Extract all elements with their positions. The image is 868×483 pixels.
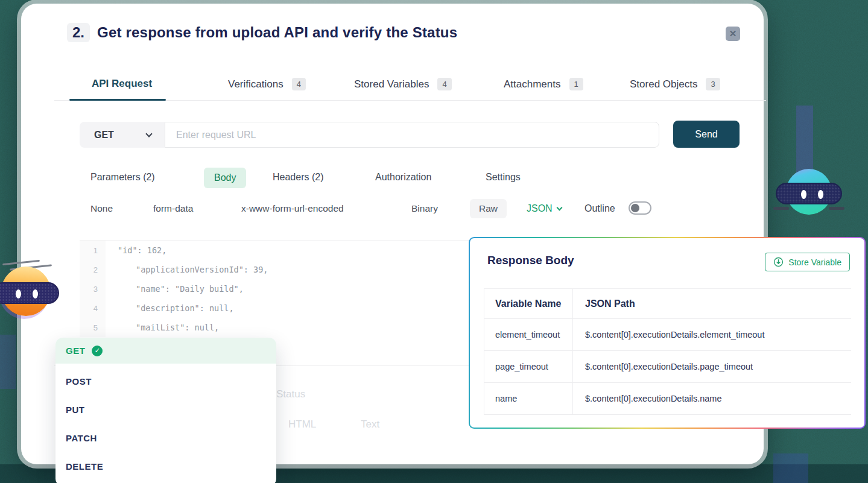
variable-name-cell: page_timeout [484, 351, 573, 382]
tab-stored-variables[interactable]: Stored Variables 4 [354, 78, 452, 90]
bodytype-urlencoded[interactable]: x-www-form-url-encoded [241, 203, 344, 214]
subtab-settings[interactable]: Settings [486, 172, 521, 183]
json-path-cell: $.content[0].executionDetails.element_ti… [573, 319, 851, 350]
response-body-panel: Response Body Store Variable Variable Na… [469, 237, 866, 429]
bodytype-form-data[interactable]: form-data [153, 203, 193, 214]
request-body-editor[interactable]: 1 "id": 162, 2 "applicationVersionId": 3… [80, 240, 487, 347]
format-select-value: JSON [527, 203, 553, 214]
code-line: 3 "name": "Daily build", [80, 279, 487, 298]
active-tab-underline [69, 99, 166, 101]
store-variable-label: Store Variable [788, 257, 841, 267]
robot-eye [818, 190, 823, 199]
tab-stored-objects[interactable]: Stored Objects 3 [630, 78, 720, 90]
code-text: "name": "Daily build", [106, 284, 244, 294]
json-path-cell: $.content[0].executionDetails.name [573, 383, 851, 414]
code-text: "id": 162, [106, 245, 166, 255]
chevron-down-icon [145, 130, 152, 137]
line-number: 1 [80, 241, 106, 260]
method-option-post[interactable]: POST [55, 367, 276, 396]
method-select-value: GET [94, 130, 114, 140]
robot-visor [776, 183, 842, 204]
code-line: 5 "mailList": null, [80, 318, 487, 337]
code-line: 4 "description": null, [80, 298, 487, 318]
json-path-cell: $.content[0].executionDetails.page_timeo… [573, 351, 851, 382]
table-row: element_timeout $.content[0].executionDe… [484, 319, 851, 351]
tab-api-request[interactable]: API Request [92, 78, 152, 90]
tab-label: Stored Variables [354, 78, 429, 90]
toggle-knob [631, 204, 639, 212]
tab-label: Stored Objects [630, 78, 697, 90]
tab-attachments[interactable]: Attachments 1 [504, 78, 583, 90]
close-icon[interactable]: ✕ [726, 27, 740, 41]
code-line: 1 "id": 162, [80, 241, 487, 260]
code-text: "description": null, [106, 303, 234, 313]
robot-ring [829, 207, 844, 210]
method-dropdown-menu: GET ✓ POST PUT PATCH DELETE [55, 338, 276, 483]
format-select[interactable]: JSON [527, 203, 562, 214]
glitch-artifact [773, 453, 808, 483]
response-body-inner: Response Body Store Variable Variable Na… [470, 238, 864, 428]
subtab-headers[interactable]: Headers (2) [273, 172, 323, 183]
robot-eye [16, 289, 21, 298]
line-number: 3 [80, 279, 106, 298]
faded-status-label: Status [276, 388, 305, 400]
step-number-badge: 2. [67, 23, 90, 42]
method-option-put[interactable]: PUT [55, 396, 276, 424]
outline-label: Outline [584, 203, 615, 214]
tab-label: Verifications [228, 78, 284, 90]
store-variable-button[interactable]: Store Variable [765, 253, 850, 271]
robot-eye [33, 289, 38, 298]
method-option-patch[interactable]: PATCH [55, 424, 276, 452]
faded-html-label: HTML [288, 418, 316, 431]
code-text: "mailList": null, [106, 323, 219, 332]
table-header-row: Variable Name JSON Path [484, 289, 851, 319]
code-line: 2 "applicationVersionId": 39, [80, 260, 487, 279]
bodytype-raw[interactable]: Raw [470, 199, 507, 218]
download-circle-icon [773, 257, 784, 267]
variable-name-cell: name [484, 383, 573, 414]
line-number: 2 [80, 260, 106, 279]
variable-name-cell: element_timeout [484, 319, 573, 350]
glitch-artifact [0, 335, 16, 389]
robot-ring [773, 207, 789, 210]
tab-count-badge: 1 [569, 78, 583, 90]
table-row: page_timeout $.content[0].executionDetai… [484, 351, 851, 383]
page-title: Get response from upload API and verify … [97, 24, 457, 41]
tab-count-badge: 4 [292, 78, 306, 90]
column-header-json-path: JSON Path [573, 289, 851, 318]
method-option-delete[interactable]: DELETE [55, 452, 276, 481]
bodytype-binary[interactable]: Binary [411, 203, 438, 214]
chevron-down-icon [556, 204, 562, 210]
line-number: 4 [80, 298, 106, 318]
tab-label: Attachments [504, 78, 561, 90]
method-select[interactable]: GET [80, 122, 165, 148]
check-circle-icon: ✓ [92, 346, 103, 356]
outline-toggle[interactable] [629, 201, 651, 215]
table-row: name $.content[0].executionDetails.name [484, 383, 851, 415]
subtab-body[interactable]: Body [204, 168, 246, 188]
line-number: 5 [80, 318, 106, 337]
robot-mascot-left [0, 264, 52, 317]
tab-label: API Request [92, 78, 152, 90]
response-body-title: Response Body [487, 254, 574, 267]
bodytype-none[interactable]: None [90, 203, 113, 214]
method-option-label: GET [66, 346, 85, 356]
robot-eye [801, 190, 806, 199]
request-url-input[interactable] [165, 122, 659, 148]
tab-verifications[interactable]: Verifications 4 [228, 78, 306, 90]
robot-mascot-right [784, 167, 834, 216]
variables-table: Variable Name JSON Path element_timeout … [484, 288, 851, 415]
method-options: POST PUT PATCH DELETE [55, 364, 276, 481]
subtab-parameters[interactable]: Parameters (2) [90, 172, 155, 183]
method-option-get[interactable]: GET ✓ [55, 338, 276, 364]
tab-count-badge: 4 [437, 78, 451, 90]
subtab-authorization[interactable]: Authorization [375, 172, 431, 183]
code-text: "applicationVersionId": 39, [106, 265, 268, 274]
send-button[interactable]: Send [673, 121, 740, 148]
card-header: 2. Get response from upload API and veri… [67, 23, 457, 42]
faded-text-label: Text [361, 418, 379, 431]
robot-visor [0, 282, 59, 304]
screen: 2. Get response from upload API and veri… [0, 0, 868, 483]
tab-count-badge: 3 [706, 78, 720, 90]
column-header-variable-name: Variable Name [484, 289, 573, 318]
